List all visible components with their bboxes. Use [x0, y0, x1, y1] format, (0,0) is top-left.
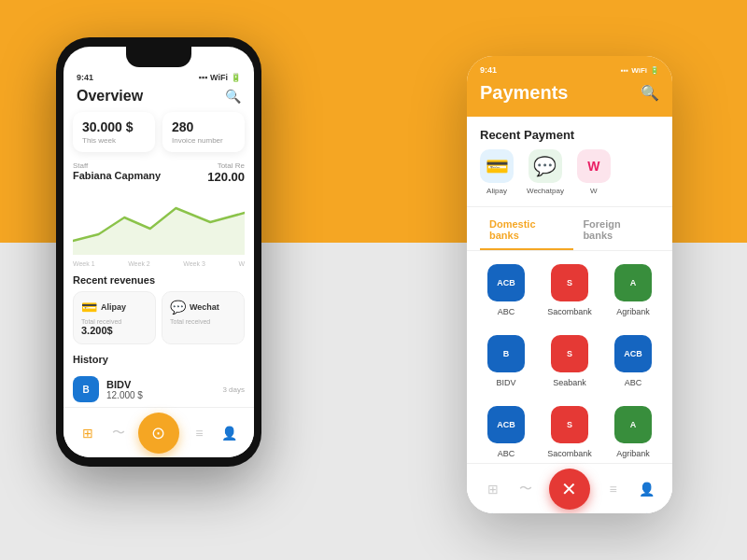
battery-icon: 🔋: [231, 73, 241, 82]
phone1-status-icons: ▪▪▪ WiFi 🔋: [199, 73, 242, 82]
payment-method-wechatpay[interactable]: 💬 Wechatpay: [527, 149, 564, 195]
bank-item-4[interactable]: SSeabank: [538, 326, 601, 397]
history-amount-0: 12.000 $: [106, 390, 143, 400]
phone2-time: 9:41: [480, 65, 497, 75]
phone2-equalizer-icon[interactable]: ≡: [603, 479, 624, 499]
phone2-wifi-icon: WiFi: [631, 66, 647, 75]
stat-value-1: 280: [172, 119, 235, 134]
bank-item-0[interactable]: ACBABC: [474, 255, 538, 326]
recent-payment-title: Recent Payment: [467, 117, 672, 149]
staff-name: Fabiana Capmany: [73, 170, 161, 181]
bank-item-3[interactable]: BBIDV: [474, 326, 538, 397]
rev-card-1: 💬 Wechat Total received: [162, 291, 245, 344]
recent-revenues-title: Recent revenues: [73, 274, 245, 286]
bank-name-0: ABC: [498, 307, 515, 316]
phone2-device: 9:41 ▪▪▪ WiFi 🔋 Payments 🔍 Recent Paymen…: [467, 56, 672, 513]
bank-item-2[interactable]: AAgribank: [601, 255, 665, 326]
phone1-bottom-bar: ⊞ 〜 ⊙ ≡ 👤: [63, 407, 254, 457]
bottom-scan-button[interactable]: ⊙: [138, 413, 179, 454]
bank-name-2: Agribank: [616, 307, 650, 316]
history-icon-0: B: [73, 376, 99, 402]
stat-value-0: 30.000 $: [82, 119, 146, 134]
bank-name-8: Agribank: [616, 449, 650, 458]
phone1-screen: 9:41 ▪▪▪ WiFi 🔋 Overview 🔍 30.000 $ This…: [63, 47, 254, 457]
phone1-title: Overview: [77, 88, 143, 105]
bank-name-5: ABC: [625, 378, 642, 387]
wechatpay-icon: 💬: [529, 149, 562, 183]
bank-name-3: BIDV: [496, 378, 515, 387]
payment-icons-row: 💳 Alipay 💬 Wechatpay W W: [467, 149, 672, 207]
stat-label-1: Invoice number: [172, 136, 235, 145]
bottom-person-icon[interactable]: 👤: [219, 423, 240, 443]
tab-foreign[interactable]: Foreign banks: [573, 215, 659, 250]
phone1-notch: [126, 47, 191, 67]
phone2-search-icon[interactable]: 🔍: [641, 84, 659, 102]
phone2-chart-icon[interactable]: 〜: [515, 479, 536, 499]
bottom-grid-icon[interactable]: ⊞: [78, 423, 98, 443]
rev-value-0: 3.200$: [81, 325, 148, 336]
stat-card-1: 280 Invoice number: [162, 112, 245, 152]
bank-item-7[interactable]: SSacombank: [538, 397, 601, 468]
revenue-cards: 💳 Alipay Total received 3.200$ 💬 Wechat …: [73, 291, 245, 344]
chart-x-labels: Week 1 Week 2 Week 3 W: [73, 260, 245, 267]
phone2-battery-icon: 🔋: [650, 66, 659, 75]
search-icon[interactable]: 🔍: [225, 89, 241, 104]
bank-item-8[interactable]: AAgribank: [601, 397, 665, 468]
phone2-person-icon[interactable]: 👤: [636, 479, 656, 499]
total-revenue-value: 120.00: [207, 170, 245, 184]
bank-item-1[interactable]: SSacombank: [538, 255, 601, 326]
history-time-0: 3 days: [222, 385, 245, 394]
phone2-status-bar: 9:41 ▪▪▪ WiFi 🔋: [480, 65, 659, 75]
wechatpay-label: Wechatpay: [527, 187, 564, 195]
phone2-signal-icon: ▪▪▪: [621, 66, 629, 75]
rev-name-0: Alipay: [101, 302, 126, 312]
history-name-0: BIDV: [106, 379, 143, 390]
bank-name-6: ABC: [498, 449, 515, 458]
phone1-status-bar: 9:41 ▪▪▪ WiFi 🔋: [63, 67, 254, 84]
phone2-bottom-bar: ⊞ 〜 ✕ ≡ 👤: [467, 463, 672, 513]
rev-label-1: Total received: [170, 318, 236, 325]
bottom-chart-icon[interactable]: 〜: [108, 423, 129, 443]
bank-item-6[interactable]: ACBABC: [474, 397, 538, 468]
x-label-2: Week 3: [183, 260, 205, 267]
x-label-3: W: [238, 260, 245, 267]
phone2-status-icons: ▪▪▪ WiFi 🔋: [621, 66, 659, 75]
stat-card-0: 30.000 $ This week: [73, 112, 155, 152]
payment-method-w[interactable]: W W: [577, 149, 611, 195]
phone1-time: 9:41: [77, 73, 93, 82]
history-title: History: [73, 354, 245, 365]
x-label-1: Week 2: [128, 260, 150, 267]
stats-row: 30.000 $ This week 280 Invoice number: [73, 112, 245, 152]
total-revenue-label: Total Re: [207, 161, 245, 170]
phone1-header: Overview 🔍: [63, 84, 254, 112]
rev-name-1: Wechat: [190, 302, 219, 312]
x-label-0: Week 1: [73, 260, 95, 267]
bank-item-5[interactable]: ACBABC: [601, 326, 665, 397]
staff-label: Staff: [73, 161, 161, 170]
bank-tabs: Domestic banks Foreign banks: [467, 207, 672, 251]
alipay-icon: 💳: [480, 149, 514, 183]
bank-name-4: Seabank: [553, 378, 586, 387]
bank-name-7: Sacombank: [547, 449, 592, 458]
history-item-0: B BIDV 12.000 $ 3 days: [73, 371, 245, 408]
phone1-chart: [73, 189, 245, 255]
w-label: W: [590, 187, 598, 195]
bottom-equalizer-icon[interactable]: ≡: [189, 423, 209, 443]
close-fab-button[interactable]: ✕: [549, 469, 590, 510]
payment-method-alipay[interactable]: 💳 Alipay: [480, 149, 514, 195]
rev-label-0: Total received: [81, 318, 148, 325]
phone2-header: 9:41 ▪▪▪ WiFi 🔋 Payments 🔍: [467, 56, 672, 117]
phone2-grid-icon[interactable]: ⊞: [483, 479, 503, 499]
phone1-device: 9:41 ▪▪▪ WiFi 🔋 Overview 🔍 30.000 $ This…: [56, 37, 261, 467]
tab-domestic[interactable]: Domestic banks: [480, 215, 573, 250]
bank-name-1: Sacombank: [547, 307, 592, 316]
staff-row: Staff Fabiana Capmany Total Re 120.00: [73, 161, 245, 184]
stat-label-0: This week: [82, 136, 146, 145]
rev-card-0: 💳 Alipay Total received 3.200$: [73, 291, 156, 344]
w-icon: W: [577, 149, 611, 183]
phone2-title-row: Payments 🔍: [480, 82, 659, 104]
signal-icon: ▪▪▪: [199, 73, 208, 82]
alipay-label: Alipay: [486, 187, 507, 195]
phone2-title: Payments: [480, 82, 569, 104]
wifi-icon: WiFi: [210, 73, 228, 82]
